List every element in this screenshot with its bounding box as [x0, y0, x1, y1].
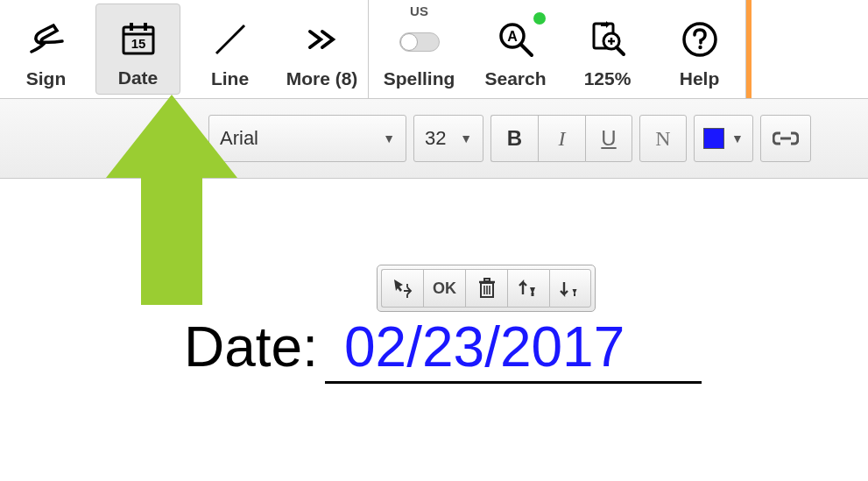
zoom-icon — [589, 18, 627, 61]
svg-rect-19 — [484, 279, 490, 281]
svg-rect-3 — [144, 23, 147, 31]
svg-rect-24 — [574, 294, 575, 296]
svg-line-7 — [521, 45, 532, 55]
format-toolbar: Arial ▼ 32 ▼ B I U N ▼ — [0, 99, 868, 179]
more-button[interactable]: More (8) — [276, 0, 368, 98]
calendar-icon: 15 — [120, 17, 157, 60]
delete-button[interactable] — [465, 269, 507, 308]
color-swatch-icon — [703, 128, 724, 149]
svg-rect-2 — [130, 23, 133, 31]
svg-text:15: 15 — [131, 36, 145, 51]
font-size-value: 32 — [425, 127, 446, 150]
font-select[interactable]: Arial ▼ — [208, 115, 406, 162]
svg-line-11 — [617, 47, 624, 54]
decrease-size-button[interactable] — [549, 269, 591, 308]
svg-point-15 — [698, 46, 702, 49]
svg-text:A: A — [507, 29, 518, 44]
link-icon — [773, 130, 799, 147]
svg-rect-23 — [531, 293, 533, 296]
line-icon — [211, 18, 250, 61]
ok-button[interactable]: OK — [423, 269, 465, 308]
tools-group-utility: US Spelling A Search — [369, 0, 746, 98]
date-field-row: Date: 02/23/2017 — [184, 315, 702, 384]
size-up-icon — [518, 277, 540, 300]
search-button[interactable]: A Search — [469, 0, 561, 98]
normal-style-button[interactable]: N — [639, 115, 687, 162]
signature-icon — [27, 18, 66, 61]
help-button[interactable]: Help — [653, 0, 745, 98]
field-edit-toolbar: OK — [377, 265, 596, 312]
chevron-down-icon: ▼ — [383, 131, 395, 145]
svg-line-5 — [216, 25, 244, 53]
more-label: More (8) — [286, 68, 358, 89]
zoom-button[interactable]: 125% — [561, 0, 653, 98]
toggle-icon — [399, 23, 440, 61]
chevron-down-icon: ▼ — [731, 131, 744, 145]
spelling-button[interactable]: US Spelling — [369, 0, 469, 98]
size-down-icon — [559, 277, 582, 300]
italic-button[interactable]: I — [538, 115, 585, 162]
sign-button[interactable]: Sign — [0, 0, 92, 98]
tools-group-annotation: Sign 15 Date Line — [0, 0, 369, 98]
move-icon — [392, 277, 414, 300]
help-icon — [681, 18, 719, 61]
zoom-label: 125% — [584, 68, 632, 89]
more-icon — [303, 18, 342, 61]
date-field-label: Date: — [184, 315, 318, 379]
line-button[interactable]: Line — [184, 0, 276, 98]
date-field-value[interactable]: 02/23/2017 — [325, 315, 702, 384]
increase-size-button[interactable] — [507, 269, 549, 308]
chevron-down-icon: ▼ — [460, 131, 472, 145]
insert-link-button[interactable] — [760, 115, 811, 162]
sign-label: Sign — [26, 68, 67, 89]
trash-icon — [477, 277, 497, 300]
underline-button[interactable]: U — [585, 115, 632, 162]
right-edge-strip — [746, 0, 752, 98]
line-label: Line — [211, 68, 249, 89]
format-spacer — [7, 115, 201, 162]
font-select-value: Arial — [220, 127, 258, 150]
font-size-select[interactable]: 32 ▼ — [413, 115, 483, 162]
document-area: OK Date: — [0, 179, 868, 249]
bold-button[interactable]: B — [490, 115, 538, 162]
search-label: Search — [484, 68, 546, 89]
main-toolbar: Sign 15 Date Line — [0, 0, 868, 99]
notification-dot-icon — [533, 12, 546, 25]
text-style-group: B I U — [490, 115, 632, 162]
text-color-button[interactable]: ▼ — [694, 115, 753, 162]
spelling-label: Spelling — [384, 68, 455, 89]
date-label: Date — [118, 67, 159, 88]
spelling-locale: US — [410, 4, 428, 18]
date-button[interactable]: 15 Date — [95, 4, 180, 95]
move-button[interactable] — [381, 269, 423, 308]
search-icon: A — [497, 18, 535, 61]
help-label: Help — [680, 68, 720, 89]
